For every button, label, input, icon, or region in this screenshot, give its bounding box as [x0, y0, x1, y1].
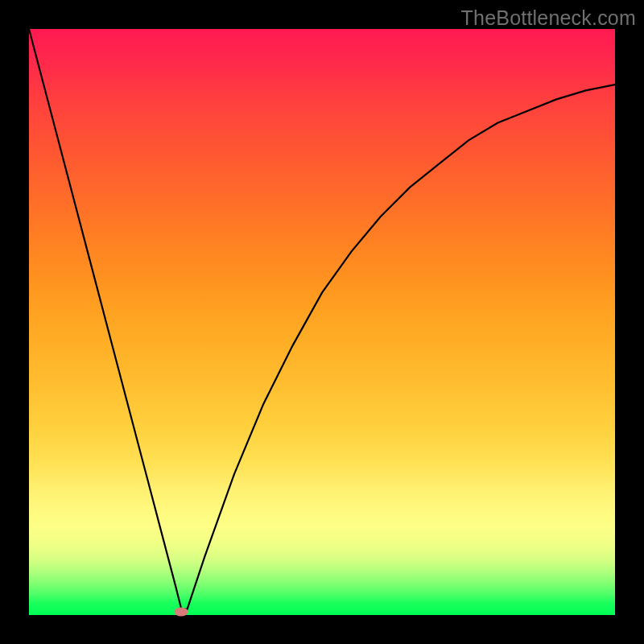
chart-frame: TheBottleneck.com	[0, 0, 644, 644]
bottleneck-curve	[29, 29, 615, 609]
optimal-point-marker	[175, 608, 188, 617]
plot-area	[29, 29, 615, 615]
curve-layer	[29, 29, 615, 615]
watermark-text: TheBottleneck.com	[461, 6, 636, 30]
